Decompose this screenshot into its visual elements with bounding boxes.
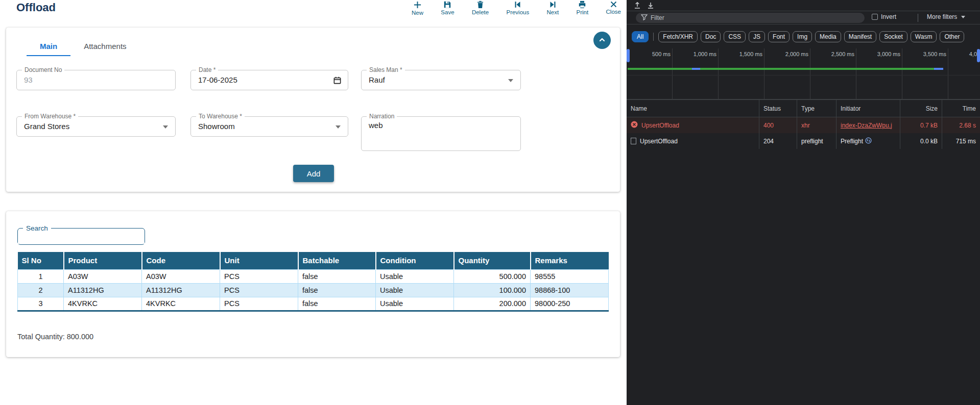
request-name: UpsertOffload xyxy=(641,122,679,129)
chip-media[interactable]: Media xyxy=(815,31,841,42)
devtools-panel: Invert More filters All Fetch/XHR Doc CS… xyxy=(627,0,980,405)
export-har-button[interactable] xyxy=(647,2,654,9)
request-type-filters: All Fetch/XHR Doc CSS JS Font Img Media … xyxy=(627,24,980,48)
preflight-info-icon[interactable] xyxy=(865,137,872,145)
to-warehouse-select[interactable]: To Warehouse * Showroom xyxy=(190,116,348,137)
print-button[interactable]: Print xyxy=(577,0,589,16)
col-type[interactable]: Type xyxy=(797,100,836,117)
chip-img[interactable]: Img xyxy=(793,31,812,42)
chip-js[interactable]: JS xyxy=(749,31,765,42)
chip-socket[interactable]: Socket xyxy=(879,31,907,42)
network-request-row[interactable]: UpsertOffload 204 preflight Preflight 0.… xyxy=(627,133,980,149)
cell-unit: PCS xyxy=(220,297,298,311)
close-icon xyxy=(610,1,617,8)
skip-previous-icon xyxy=(514,1,521,9)
sales-man-label: Sales Man * xyxy=(367,66,405,73)
delete-label: Delete xyxy=(472,9,489,15)
gridline xyxy=(764,48,764,99)
waterfall-line xyxy=(628,68,943,70)
chip-all[interactable]: All xyxy=(632,31,649,42)
timeline-tick: 500 ms xyxy=(629,51,671,57)
col-name[interactable]: Name xyxy=(627,100,759,117)
col-unit: Unit xyxy=(220,252,298,269)
col-code: Code xyxy=(142,252,220,269)
close-button[interactable]: Close xyxy=(606,0,621,16)
cell-batchable: false xyxy=(298,283,376,297)
main-form-card: Main Attachments Document No 93 Date * 1… xyxy=(6,28,620,192)
tab-main[interactable]: Main xyxy=(27,37,70,56)
date-value: 17-06-2025 xyxy=(198,75,237,84)
sales-man-select[interactable]: Sales Man * Rauf xyxy=(361,70,521,90)
waterfall-blue-segment xyxy=(934,68,943,70)
import-har-button[interactable] xyxy=(634,2,641,9)
network-request-row[interactable]: UpsertOffload 400 xhr index-DzaZwWpu.j 0… xyxy=(627,117,980,133)
filter-pill[interactable] xyxy=(636,13,865,23)
col-status[interactable]: Status xyxy=(759,100,797,117)
chip-fetch-xhr[interactable]: Fetch/XHR xyxy=(658,31,698,42)
total-quantity: Total Quantity: 800.000 xyxy=(17,333,93,341)
chip-css[interactable]: CSS xyxy=(724,31,746,42)
caret-down-icon xyxy=(961,16,965,18)
timeline-tick: 3,500 ms xyxy=(904,51,946,57)
request-type: preflight xyxy=(797,133,836,149)
cell-batchable: false xyxy=(298,269,376,283)
request-status: 204 xyxy=(759,133,797,149)
chip-other[interactable]: Other xyxy=(940,31,964,42)
gridline xyxy=(810,48,810,99)
table-row[interactable]: 3 4KVRKC 4KVRKC PCS false Usable 200.000… xyxy=(18,297,609,311)
invert-checkbox[interactable] xyxy=(872,14,878,20)
chip-font[interactable]: Font xyxy=(768,31,790,42)
table-row[interactable]: 1 A03W A03W PCS false Usable 500.000 985… xyxy=(18,269,609,283)
search-input[interactable] xyxy=(18,233,145,244)
cell-slno: 3 xyxy=(18,297,64,311)
to-warehouse-value: Showroom xyxy=(198,122,235,131)
previous-button[interactable]: Previous xyxy=(506,0,529,16)
request-status: 400 xyxy=(759,117,797,133)
cell-code: 4KVRKC xyxy=(142,297,220,311)
save-button[interactable]: Save xyxy=(441,0,454,16)
more-filters-label: More filters xyxy=(927,13,957,20)
request-size: 0.7 kB xyxy=(900,117,942,133)
tab-attachments[interactable]: Attachments xyxy=(70,37,139,56)
filter-input[interactable] xyxy=(651,14,845,21)
col-size[interactable]: Size xyxy=(900,100,942,117)
cell-quantity: 100.000 xyxy=(454,283,531,297)
col-product: Product xyxy=(64,252,142,269)
more-filters-button[interactable]: More filters xyxy=(927,13,965,20)
devtools-filter-bar: Invert More filters xyxy=(627,11,980,24)
new-button[interactable]: New xyxy=(412,0,423,16)
calendar-icon[interactable] xyxy=(333,76,342,87)
chip-doc[interactable]: Doc xyxy=(701,31,721,42)
chevron-up-icon xyxy=(597,35,607,46)
cell-remarks: 98868-100 xyxy=(531,283,609,297)
chip-wasm[interactable]: Wasm xyxy=(911,31,937,42)
cell-condition: Usable xyxy=(376,269,454,283)
col-remarks: Remarks xyxy=(531,252,609,269)
timeline-right-handle[interactable] xyxy=(977,49,980,62)
col-initiator[interactable]: Initiator xyxy=(836,100,900,117)
previous-label: Previous xyxy=(506,9,529,15)
table-row[interactable]: 2 A11312HG A11312HG PCS false Usable 100… xyxy=(18,283,609,297)
col-slno: Sl No xyxy=(18,252,64,269)
next-button[interactable]: Next xyxy=(547,0,559,16)
document-no-field[interactable]: Document No 93 xyxy=(16,70,176,90)
add-button[interactable]: Add xyxy=(293,165,334,182)
cell-unit: PCS xyxy=(220,283,298,297)
print-icon xyxy=(578,1,586,9)
close-label: Close xyxy=(606,9,621,15)
from-warehouse-select[interactable]: From Warehouse * Grand Stores xyxy=(16,116,176,137)
gridline xyxy=(718,48,719,99)
collapse-button[interactable] xyxy=(593,32,611,49)
timeline-left-handle[interactable] xyxy=(627,49,630,62)
chip-manifest[interactable]: Manifest xyxy=(844,31,876,42)
col-time[interactable]: Time xyxy=(942,100,980,117)
new-label: New xyxy=(412,10,423,16)
search-field: Search xyxy=(17,224,145,245)
error-icon xyxy=(631,121,638,130)
invert-checkbox-wrap[interactable]: Invert xyxy=(872,13,896,20)
delete-button[interactable]: Delete xyxy=(472,0,489,16)
cell-code: A03W xyxy=(142,269,220,283)
date-field[interactable]: Date * 17-06-2025 xyxy=(190,70,348,90)
initiator-link[interactable]: index-DzaZwWpu.j xyxy=(841,122,892,129)
narration-textarea[interactable]: Narration web xyxy=(361,116,521,151)
